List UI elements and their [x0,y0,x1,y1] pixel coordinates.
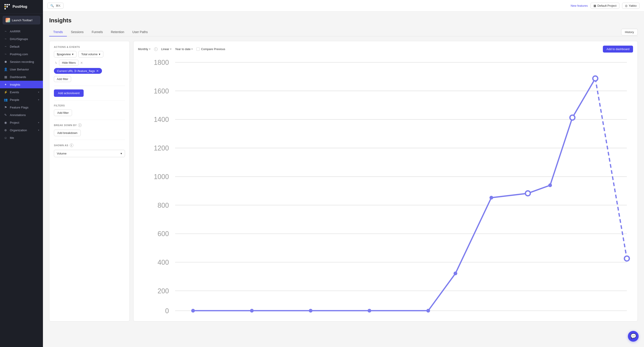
sidebar-item-label: Me [10,136,14,140]
chart-info-icon: i [154,48,158,51]
user-icon: ◎ [625,4,628,8]
posthog-logo-text: PostHog [12,5,27,9]
sidebar-item-aarrr[interactable]: ~ AARRR [0,28,43,35]
breakdown-info-icon: i [78,124,82,127]
sidebar-header: PostHog [0,0,43,14]
sidebar-item-label: Events [10,90,19,94]
sidebar-item-posthog-com[interactable]: ~ PostHog.com [0,50,43,58]
svg-text:1200: 1200 [154,144,169,152]
feature-flags-icon: ⚑ [4,106,8,109]
actions-filter-row: $pageview ▾ Total volume ▾ [54,51,125,58]
add-action-event-button[interactable]: Add action/event [54,90,84,97]
launch-toolbar-button[interactable]: Launch Toolbar! [3,16,40,24]
compare-previous-checkbox[interactable] [196,48,200,51]
svg-point-38 [593,76,598,81]
posthog-logo-icon [4,3,11,10]
monthly-control[interactable]: Monthly ▾ [138,48,150,51]
compare-previous-group: Compare Previous [196,48,225,51]
tab-funnels[interactable]: Funnels [88,28,107,36]
tab-retention[interactable]: Retention [107,28,128,36]
svg-point-36 [548,183,552,187]
filter-arrow-icon: ↳ [55,61,57,64]
svg-text:1800: 1800 [154,58,169,66]
monthly-chevron-icon: ▾ [149,48,150,50]
me-icon: ☺ [4,136,8,140]
sidebar-item-label: AARRR [10,30,20,33]
events-icon: ⚡ [4,90,8,94]
tab-trends[interactable]: Trends [49,28,67,36]
sidebar-item-insights[interactable]: ✦ Insights [0,81,43,88]
svg-text:200: 200 [158,287,169,295]
svg-text:1400: 1400 [154,116,169,123]
posthog-logo: PostHog [4,3,27,10]
tab-sessions[interactable]: Sessions [67,28,88,36]
sidebar-item-user-behavior[interactable]: 👤 User Behavior [0,66,43,73]
sidebar-item-organization[interactable]: ⊕ Organization ▾ [0,126,43,134]
svg-point-34 [490,196,493,200]
chip-close-button[interactable]: ✕ [96,69,99,73]
year-to-date-control[interactable]: Year to date ▾ [175,48,193,51]
shown-as-select[interactable]: Volume ▾ [54,150,125,157]
people-icon: 👥 [4,98,8,102]
add-filter-row: Add filter [54,76,125,82]
sidebar-item-session-recording[interactable]: ⏺ Session recording [0,58,43,66]
sidebar-item-dau-signups[interactable]: ~ DAU/Signups [0,35,43,43]
breakdown-section-label: Break down by i [54,124,125,127]
svg-point-35 [525,191,530,196]
sidebar-item-me[interactable]: ☺ Me [0,134,43,142]
linear-chevron-icon: ▾ [170,48,172,50]
linear-control[interactable]: Linear ▾ [161,48,172,51]
sidebar-item-annotations[interactable]: ✎ Annotations [0,111,43,119]
organization-icon: ⊕ [4,128,8,132]
search-box[interactable]: 🔍 ⌘K [48,3,64,9]
add-breakdown-button[interactable]: Add breakdown [54,130,81,136]
pageview-chevron-icon: ▾ [72,52,74,56]
sidebar-item-label: User Behavior [10,68,29,71]
chart-area: 1800 1600 1400 1200 1000 800 600 [138,56,633,317]
left-panel: Actions & Events $pageview ▾ Total volum… [49,41,130,322]
chat-button[interactable]: 💬 [628,331,639,342]
topbar: 🔍 ⌘K New features ▦ Default Project ◎ Ya… [43,0,644,12]
svg-point-28 [191,309,195,312]
search-icon: 🔍 [50,4,54,8]
history-button[interactable]: History [621,29,638,35]
session-recording-icon: ⏺ [4,60,8,64]
filter-close-button[interactable]: ✕ [80,61,83,64]
insights-icon: ✦ [4,83,8,86]
sidebar-item-project[interactable]: ◉ Project ▾ [0,119,43,126]
sidebar-item-events[interactable]: ⚡ Events ▾ [0,88,43,96]
new-features-button[interactable]: New features [571,4,588,8]
sidebar-item-label: Default [10,45,20,48]
default-icon: ~ [4,45,8,48]
sidebar-item-dashboards[interactable]: ▦ Dashboards [0,73,43,81]
sidebar-item-default[interactable]: ~ Default [0,43,43,50]
sidebar-item-people[interactable]: 👥 People ▾ [0,96,43,104]
main-content: 🔍 ⌘K New features ▦ Default Project ◎ Ya… [43,0,644,347]
add-filter-section-button[interactable]: Add filter [54,110,72,116]
chevron-icon: ▾ [38,129,39,132]
posthog-com-icon: ~ [4,52,8,56]
add-filter-button[interactable]: Add filter [54,76,71,82]
svg-text:0: 0 [165,307,169,314]
section-divider-4 [54,140,125,140]
dau-signups-icon: ~ [4,37,8,41]
user-behavior-icon: 👤 [4,68,8,71]
svg-point-31 [368,309,372,312]
sidebar-item-label: Insights [10,83,20,86]
hide-filters-button[interactable]: Hide filters [59,60,78,66]
add-to-dashboard-button[interactable]: Add to dashboard [603,46,633,52]
svg-point-32 [426,309,430,312]
insights-panel: Actions & Events $pageview ▾ Total volum… [49,41,638,322]
user-menu-button[interactable]: ◎ Yakko [622,3,640,9]
total-volume-dropdown[interactable]: Total volume ▾ [78,51,103,58]
default-project-button[interactable]: ▦ Default Project [590,3,620,9]
svg-line-27 [595,78,627,258]
sidebar-item-label: PostHog.com [10,52,28,56]
svg-text:600: 600 [158,230,169,238]
shown-as-info-icon: i [70,144,73,147]
sidebar-item-label: Session recording [10,60,34,64]
sidebar-item-feature-flags[interactable]: ⚑ Feature Flags [0,104,43,111]
tab-user-paths[interactable]: User Paths [128,28,152,36]
pageview-dropdown[interactable]: $pageview ▾ [54,51,76,58]
svg-point-37 [570,115,575,120]
